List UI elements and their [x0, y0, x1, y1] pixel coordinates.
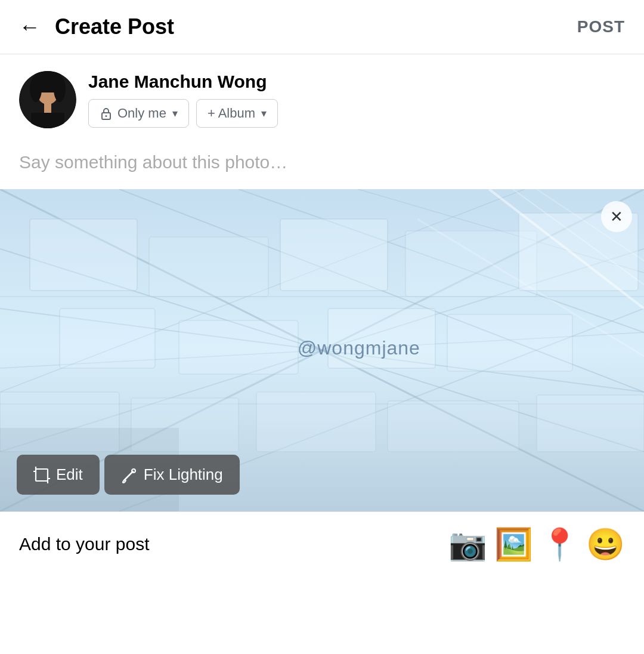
header: ← Create Post POST [0, 0, 644, 54]
photo-watermark: @wongmjane [298, 337, 420, 359]
svg-rect-36 [256, 392, 376, 452]
close-photo-button[interactable]: ✕ [601, 201, 632, 232]
lock-icon [100, 107, 113, 120]
page-title: Create Post [55, 14, 174, 39]
user-info: Jane Manchun Wong Only me ▾ + Album ▾ [88, 72, 278, 128]
svg-line-49 [124, 471, 133, 480]
album-label: + Album [208, 106, 255, 121]
svg-rect-27 [280, 219, 388, 291]
brush-icon [121, 467, 138, 483]
photo-gallery-icon[interactable]: 🖼️ [494, 529, 533, 560]
add-post-icons: 📷 🖼️ 📍 😀 [448, 529, 625, 560]
svg-point-10 [106, 115, 107, 117]
privacy-button[interactable]: Only me ▾ [88, 99, 189, 128]
header-left: ← Create Post [19, 14, 174, 39]
back-button[interactable]: ← [19, 16, 41, 38]
user-name: Jane Manchun Wong [88, 72, 278, 92]
svg-rect-5 [35, 71, 61, 92]
add-post-bar: Add to your post 📷 🖼️ 📍 😀 [0, 511, 644, 576]
svg-rect-25 [30, 219, 137, 291]
emoji-icon[interactable]: 😀 [586, 529, 625, 560]
fix-lighting-button[interactable]: Fix Lighting [104, 455, 240, 495]
svg-rect-7 [31, 113, 64, 128]
privacy-dropdown-arrow: ▾ [172, 107, 178, 120]
privacy-label: Only me [117, 106, 166, 121]
avatar [19, 71, 76, 128]
add-post-label: Add to your post [19, 534, 149, 554]
album-dropdown-arrow: ▾ [261, 107, 267, 120]
user-controls: Only me ▾ + Album ▾ [88, 99, 278, 128]
photo-actions: Edit Fix Lighting [17, 455, 240, 495]
album-button[interactable]: + Album ▾ [196, 99, 278, 128]
close-icon: ✕ [610, 209, 623, 224]
svg-rect-26 [149, 237, 268, 297]
svg-rect-30 [60, 309, 155, 368]
camera-icon[interactable]: 📷 [448, 529, 487, 560]
location-icon[interactable]: 📍 [540, 529, 579, 560]
post-button[interactable]: POST [577, 17, 625, 36]
svg-rect-8 [44, 103, 51, 113]
user-section: Jane Manchun Wong Only me ▾ + Album ▾ [0, 54, 644, 140]
svg-rect-38 [537, 395, 644, 452]
svg-rect-33 [447, 314, 572, 371]
edit-button[interactable]: Edit [17, 455, 100, 495]
edit-label: Edit [56, 465, 83, 484]
svg-rect-44 [36, 469, 48, 481]
fix-lighting-label: Fix Lighting [144, 465, 223, 484]
crop-icon [33, 467, 50, 483]
caption-placeholder: Say something about this photo… [19, 152, 287, 172]
photo-container: @wongmjane ✕ Edit Fix Lighting [0, 189, 644, 511]
svg-rect-28 [405, 231, 537, 297]
svg-rect-37 [388, 401, 519, 452]
caption-area[interactable]: Say something about this photo… [0, 140, 644, 189]
svg-point-50 [132, 469, 135, 473]
svg-rect-31 [179, 320, 298, 374]
